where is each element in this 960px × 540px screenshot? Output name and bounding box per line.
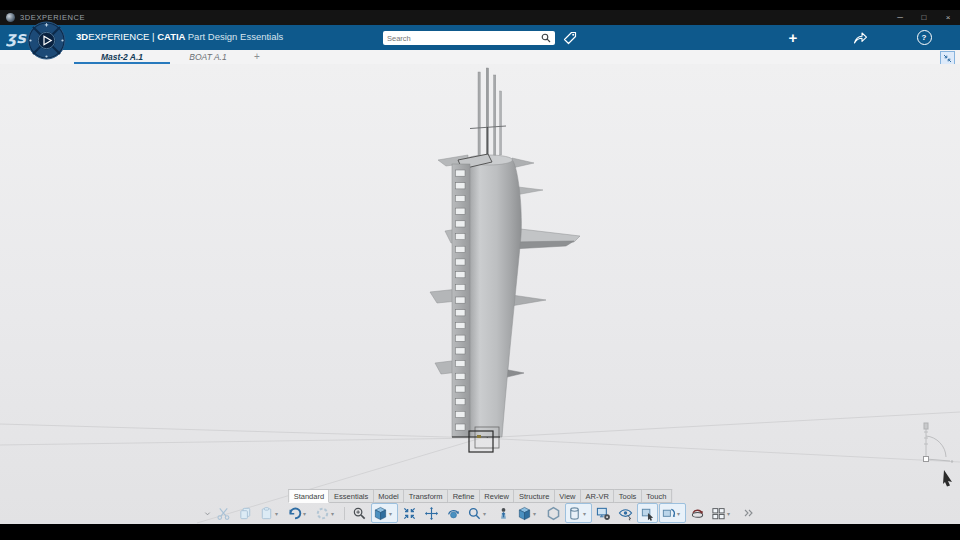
ribbon-tab-touch[interactable]: Touch xyxy=(642,489,672,503)
mast-top-antennas xyxy=(470,68,506,164)
ribbon-tab-review[interactable]: Review xyxy=(480,489,515,503)
copy-icon[interactable] xyxy=(235,503,256,523)
mast-model[interactable] xyxy=(0,64,960,524)
add-button[interactable]: + xyxy=(783,28,803,46)
split-view-icon[interactable] xyxy=(709,503,736,523)
mouse-cursor xyxy=(943,470,952,487)
undo-icon[interactable] xyxy=(285,503,312,523)
app-title: 3DEXPERIENCE | CATIA Part Design Essenti… xyxy=(76,31,283,42)
ribbon-tab-bar: Standard Essentials Model Transform Refi… xyxy=(288,489,672,503)
os-title-bar: 3DEXPERIENCE ─ □ × xyxy=(0,10,960,25)
collapse-icon[interactable] xyxy=(940,51,955,65)
ribbon-tab-view[interactable]: View xyxy=(555,489,581,503)
new-tab-button[interactable]: + xyxy=(250,50,264,63)
ribbon-tab-structure[interactable]: Structure xyxy=(514,489,554,503)
cut-icon[interactable] xyxy=(213,503,234,523)
ribbon-tab-tools[interactable]: Tools xyxy=(614,489,642,503)
3dexperience-compass[interactable] xyxy=(27,21,66,60)
ribbon-tab-standard[interactable]: Standard xyxy=(288,489,329,503)
application-window: 3DEXPERIENCE ─ □ × ʒs 3DEXPERIENCE | CAT… xyxy=(0,0,960,540)
help-button[interactable]: ? xyxy=(914,28,934,46)
tag-icon[interactable] xyxy=(562,30,578,46)
fit-all-icon[interactable] xyxy=(399,503,420,523)
search-input[interactable] xyxy=(383,34,541,43)
3d-viewport[interactable] xyxy=(0,64,960,524)
history-icon[interactable] xyxy=(313,503,340,523)
search-icon[interactable] xyxy=(541,33,551,43)
maximize-button[interactable]: □ xyxy=(912,10,936,25)
sail-track-slots xyxy=(456,170,466,430)
named-views-icon[interactable] xyxy=(515,503,542,523)
ribbon-tab-transform[interactable]: Transform xyxy=(404,489,448,503)
paste-icon[interactable] xyxy=(257,503,284,523)
display-settings-icon[interactable] xyxy=(593,503,614,523)
svg-text:ʒs: ʒs xyxy=(6,28,27,47)
look-at-icon[interactable] xyxy=(493,503,514,523)
ribbon-tab-arvr[interactable]: AR-VR xyxy=(581,489,614,503)
render-style-icon[interactable] xyxy=(565,503,592,523)
app-window-icon xyxy=(6,13,15,22)
more-commands-icon[interactable] xyxy=(737,503,758,523)
share-button[interactable] xyxy=(850,28,870,46)
hide-show-icon[interactable] xyxy=(615,503,636,523)
select-box-icon[interactable] xyxy=(637,503,658,523)
ribbon-tab-essentials[interactable]: Essentials xyxy=(330,489,374,503)
update-icon[interactable] xyxy=(687,503,708,523)
toolbar-options-icon[interactable] xyxy=(202,504,212,522)
search-bar xyxy=(383,31,555,45)
document-tab-bar: Mast-2 A.1 BOAT A.1 + xyxy=(0,50,960,65)
zoom-in-icon[interactable] xyxy=(349,503,370,523)
pan-icon[interactable] xyxy=(421,503,442,523)
ribbon-tab-model[interactable]: Model xyxy=(374,489,404,503)
close-button[interactable]: × xyxy=(936,10,960,25)
isometric-view-icon[interactable] xyxy=(371,503,398,523)
zoom-icon[interactable] xyxy=(465,503,492,523)
axis-triad[interactable] xyxy=(924,423,954,463)
rotate-view-icon[interactable] xyxy=(659,503,686,523)
ribbon-tab-refine[interactable]: Refine xyxy=(448,489,480,503)
letterbox-bottom xyxy=(0,524,960,540)
minimize-button[interactable]: ─ xyxy=(888,10,912,25)
perspective-mode-icon[interactable] xyxy=(543,503,564,523)
mast-body[interactable] xyxy=(466,157,521,437)
tab-boat[interactable]: BOAT A.1 xyxy=(172,50,244,63)
rotate-icon[interactable] xyxy=(443,503,464,523)
standard-toolbar xyxy=(202,503,758,523)
toolbar-separator xyxy=(344,507,345,520)
